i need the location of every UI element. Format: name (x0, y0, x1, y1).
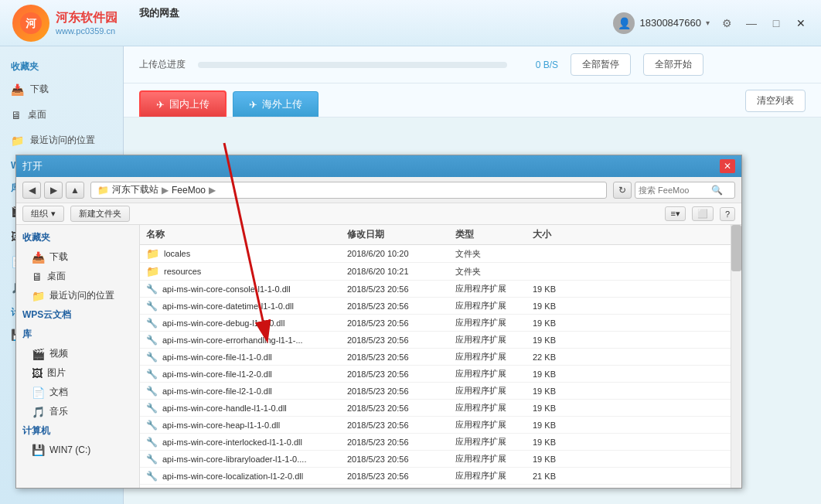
ds-item-icon: 📁 (32, 290, 45, 302)
file-modified: 2018/5/23 20:56 (347, 421, 455, 430)
ds-sidebar-item[interactable]: 📥下载 (16, 247, 139, 267)
file-modified: 2018/5/23 20:56 (347, 335, 455, 345)
dll-icon: 🔧 (146, 420, 158, 431)
scrollbar[interactable] (731, 225, 741, 488)
settings-icon[interactable]: ⚙ (719, 15, 734, 31)
col-modified: 修改日期 (347, 228, 455, 241)
dll-icon: 🔧 (146, 386, 158, 397)
ds-section-header: 收藏夹 (16, 228, 139, 247)
tab-overseas[interactable]: ✈ 海外上传 (233, 91, 319, 117)
file-modified: 2018/5/23 20:56 (347, 438, 455, 447)
file-type: 应用程序扩展 (455, 470, 533, 482)
file-name-cell: 🔧api-ms-win-core-errorhandling-l1-1-... (146, 335, 347, 346)
upload-label: 上传总进度 (139, 58, 186, 71)
file-size: 19 KB (533, 387, 594, 396)
ds-sidebar-item[interactable]: 🎬视频 (16, 344, 139, 363)
table-row[interactable]: 🔧api-ms-win-core-handle-l1-1-0.dll2018/5… (140, 400, 731, 417)
file-size: 19 KB (533, 404, 594, 413)
file-name-cell: 🔧api-ms-win-core-memory-l1-1-0.dll (146, 488, 347, 489)
dialog-body: 收藏夹📥下载🖥桌面📁最近访问的位置WPS云文档库🎬视频🖼图片📄文档🎵音乐计算机💾… (16, 225, 741, 488)
close-icon[interactable]: ✕ (793, 15, 809, 31)
file-name-cell: 📁resources (146, 265, 347, 278)
table-row[interactable]: 📁locales2018/6/20 10:20文件夹 (140, 245, 731, 263)
table-row[interactable]: 🔧api-ms-win-core-datetime-l1-1-0.dll2018… (140, 298, 731, 315)
sidebar-item-label: 下载 (30, 83, 49, 96)
ds-sidebar-item[interactable]: 🖼图片 (16, 363, 139, 383)
file-name: api-ms-win-core-file-l1-1-0.dll (162, 352, 272, 362)
start-all-button[interactable]: 全部开始 (643, 53, 703, 76)
table-row[interactable]: 🔧api-ms-win-core-file-l1-1-0.dll2018/5/2… (140, 349, 731, 366)
file-modified: 2018/5/23 20:56 (347, 284, 455, 294)
sidebar-item-label: 最近访问的位置 (30, 134, 95, 147)
organize-button[interactable]: 组织 ▾ (22, 206, 64, 222)
ds-section-header: 计算机 (16, 421, 139, 441)
sidebar-item[interactable]: 🖥桌面 (0, 102, 123, 128)
dialog-close-button[interactable]: ✕ (720, 159, 735, 173)
ds-sidebar-item[interactable]: 📄文档 (16, 383, 139, 402)
table-row[interactable]: 🔧api-ms-win-core-heap-l1-1-0.dll2018/5/2… (140, 417, 731, 434)
file-name-cell: 🔧api-ms-win-core-handle-l1-1-0.dll (146, 403, 347, 414)
toolbar-refresh-button[interactable]: ↻ (613, 182, 632, 199)
table-row[interactable]: 🔧api-ms-win-core-memory-l1-1-0.dll2018/5… (140, 485, 731, 488)
table-row[interactable]: 🔧api-ms-win-core-libraryloader-l1-1-0...… (140, 451, 731, 468)
nav-back-button[interactable]: ◀ (22, 182, 41, 199)
file-size: 19 KB (533, 438, 594, 447)
logo-text: 河东软件园 www.pc0359.cn (56, 10, 118, 36)
clear-list-button[interactable]: 清空列表 (745, 90, 806, 112)
table-row[interactable]: 🔧api-ms-win-core-errorhandling-l1-1-...2… (140, 332, 731, 349)
logo-area: 河 河东软件园 www.pc0359.cn (12, 5, 118, 42)
table-row[interactable]: 🔧api-ms-win-core-localization-l1-2-0.dll… (140, 468, 731, 485)
dll-icon: 🔧 (146, 437, 158, 448)
progress-bar-container (198, 62, 507, 68)
file-modified: 2018/6/20 10:20 (347, 249, 455, 258)
col-size: 大小 (533, 228, 594, 241)
maximize-icon[interactable]: □ (768, 15, 784, 31)
file-type: 应用程序扩展 (455, 351, 533, 363)
file-name-cell: 🔧api-ms-win-core-console-l1-1-0.dll (146, 284, 347, 295)
file-modified: 2018/5/23 20:56 (347, 369, 455, 379)
nav-up-button[interactable]: ▲ (66, 182, 84, 199)
dll-icon: 🔧 (146, 318, 158, 329)
ds-item-icon: 🎬 (32, 348, 45, 360)
ds-sidebar-item[interactable]: 💾WIN7 (C:) (16, 441, 139, 459)
pause-all-button[interactable]: 全部暂停 (571, 53, 631, 76)
folder-icon: 📁 (146, 265, 159, 278)
table-row[interactable]: 🔧api-ms-win-core-file-l2-1-0.dll2018/5/2… (140, 383, 731, 400)
sidebar-section-header: 收藏夹 (0, 54, 123, 77)
avatar: 👤 (613, 12, 635, 34)
table-row[interactable]: 🔧api-ms-win-core-file-l1-2-0.dll2018/5/2… (140, 366, 731, 383)
table-row[interactable]: 🔧api-ms-win-core-interlocked-l1-1-0.dll2… (140, 434, 731, 451)
view-toggle-button[interactable]: ≡▾ (665, 206, 685, 221)
ds-item-icon: 💾 (32, 444, 45, 456)
preview-toggle-button[interactable]: ⬜ (692, 206, 714, 221)
file-name: api-ms-win-core-handle-l1-1-0.dll (162, 404, 287, 413)
new-folder-button[interactable]: 新建文件夹 (70, 206, 130, 222)
file-type: 应用程序扩展 (455, 334, 533, 346)
sidebar-item[interactable]: 📁最近访问的位置 (0, 128, 123, 153)
table-row[interactable]: 🔧api-ms-win-core-debug-l1-1-0.dll2018/5/… (140, 315, 731, 332)
ds-item-label: 最近访问的位置 (49, 289, 114, 302)
dialog-sidebar: 收藏夹📥下载🖥桌面📁最近访问的位置WPS云文档库🎬视频🖼图片📄文档🎵音乐计算机💾… (16, 225, 140, 488)
ds-sidebar-item[interactable]: 📁最近访问的位置 (16, 286, 139, 305)
search-input[interactable] (639, 186, 708, 195)
minimize-icon[interactable]: — (744, 15, 759, 31)
file-name: api-ms-win-core-file-l2-1-0.dll (162, 387, 272, 396)
nav-forward-button[interactable]: ▶ (44, 182, 63, 199)
ds-sidebar-item[interactable]: 🎵音乐 (16, 402, 139, 421)
help-button[interactable]: ? (720, 207, 735, 221)
app-subtitle: www.pc0359.cn (56, 26, 118, 36)
file-size: 19 KB (533, 301, 594, 311)
user-info[interactable]: 👤 18300847660 ▾ (613, 12, 710, 34)
sidebar-item[interactable]: 📥下载 (0, 77, 123, 102)
app-logo: 河 (12, 5, 49, 42)
file-size: 19 KB (533, 318, 594, 328)
tab-domestic[interactable]: ✈ 国内上传 (139, 90, 227, 117)
sidebar-item-label: 桌面 (28, 108, 46, 121)
ds-sidebar-item[interactable]: 🖥桌面 (16, 267, 139, 286)
table-row[interactable]: 📁resources2018/6/20 10:21文件夹 (140, 263, 731, 281)
scrollbar-thumb[interactable] (731, 225, 741, 271)
table-row[interactable]: 🔧api-ms-win-core-console-l1-1-0.dll2018/… (140, 281, 731, 298)
chevron-down-icon[interactable]: ▾ (706, 19, 710, 27)
file-modified: 2018/5/23 20:56 (347, 387, 455, 396)
file-name: api-ms-win-core-localization-l1-2-0.dll (162, 472, 303, 481)
